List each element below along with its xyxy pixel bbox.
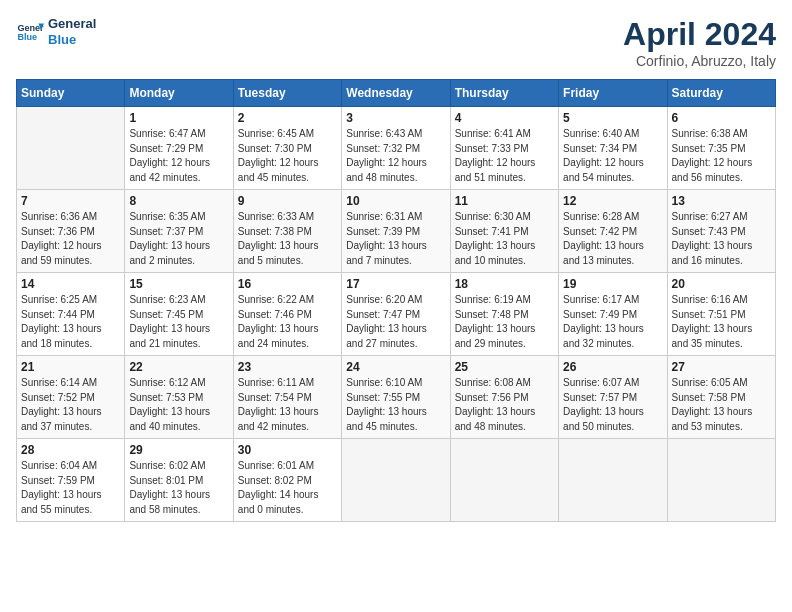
month-title: April 2024	[623, 16, 776, 53]
weekday-header: Saturday	[667, 80, 775, 107]
calendar-cell: 29Sunrise: 6:02 AMSunset: 8:01 PMDayligh…	[125, 439, 233, 522]
day-info: Sunrise: 6:10 AMSunset: 7:55 PMDaylight:…	[346, 376, 445, 434]
calendar-cell: 17Sunrise: 6:20 AMSunset: 7:47 PMDayligh…	[342, 273, 450, 356]
calendar-cell: 22Sunrise: 6:12 AMSunset: 7:53 PMDayligh…	[125, 356, 233, 439]
day-number: 7	[21, 194, 120, 208]
day-number: 21	[21, 360, 120, 374]
day-number: 1	[129, 111, 228, 125]
calendar-cell: 27Sunrise: 6:05 AMSunset: 7:58 PMDayligh…	[667, 356, 775, 439]
calendar-week-row: 21Sunrise: 6:14 AMSunset: 7:52 PMDayligh…	[17, 356, 776, 439]
weekday-header: Tuesday	[233, 80, 341, 107]
day-info: Sunrise: 6:38 AMSunset: 7:35 PMDaylight:…	[672, 127, 771, 185]
calendar-cell: 18Sunrise: 6:19 AMSunset: 7:48 PMDayligh…	[450, 273, 558, 356]
day-number: 23	[238, 360, 337, 374]
calendar-cell: 26Sunrise: 6:07 AMSunset: 7:57 PMDayligh…	[559, 356, 667, 439]
calendar-cell	[17, 107, 125, 190]
day-number: 26	[563, 360, 662, 374]
day-info: Sunrise: 6:04 AMSunset: 7:59 PMDaylight:…	[21, 459, 120, 517]
day-info: Sunrise: 6:28 AMSunset: 7:42 PMDaylight:…	[563, 210, 662, 268]
day-info: Sunrise: 6:07 AMSunset: 7:57 PMDaylight:…	[563, 376, 662, 434]
calendar-cell: 10Sunrise: 6:31 AMSunset: 7:39 PMDayligh…	[342, 190, 450, 273]
calendar-cell: 1Sunrise: 6:47 AMSunset: 7:29 PMDaylight…	[125, 107, 233, 190]
day-info: Sunrise: 6:23 AMSunset: 7:45 PMDaylight:…	[129, 293, 228, 351]
calendar-cell: 8Sunrise: 6:35 AMSunset: 7:37 PMDaylight…	[125, 190, 233, 273]
day-number: 29	[129, 443, 228, 457]
day-number: 5	[563, 111, 662, 125]
calendar-cell	[667, 439, 775, 522]
calendar-cell: 23Sunrise: 6:11 AMSunset: 7:54 PMDayligh…	[233, 356, 341, 439]
day-info: Sunrise: 6:12 AMSunset: 7:53 PMDaylight:…	[129, 376, 228, 434]
day-number: 11	[455, 194, 554, 208]
calendar-week-row: 14Sunrise: 6:25 AMSunset: 7:44 PMDayligh…	[17, 273, 776, 356]
day-info: Sunrise: 6:17 AMSunset: 7:49 PMDaylight:…	[563, 293, 662, 351]
day-info: Sunrise: 6:16 AMSunset: 7:51 PMDaylight:…	[672, 293, 771, 351]
calendar-cell: 30Sunrise: 6:01 AMSunset: 8:02 PMDayligh…	[233, 439, 341, 522]
day-number: 18	[455, 277, 554, 291]
day-number: 9	[238, 194, 337, 208]
calendar-cell: 20Sunrise: 6:16 AMSunset: 7:51 PMDayligh…	[667, 273, 775, 356]
calendar-week-row: 28Sunrise: 6:04 AMSunset: 7:59 PMDayligh…	[17, 439, 776, 522]
day-info: Sunrise: 6:41 AMSunset: 7:33 PMDaylight:…	[455, 127, 554, 185]
day-number: 14	[21, 277, 120, 291]
calendar-cell: 13Sunrise: 6:27 AMSunset: 7:43 PMDayligh…	[667, 190, 775, 273]
day-info: Sunrise: 6:27 AMSunset: 7:43 PMDaylight:…	[672, 210, 771, 268]
weekday-header: Friday	[559, 80, 667, 107]
calendar-week-row: 7Sunrise: 6:36 AMSunset: 7:36 PMDaylight…	[17, 190, 776, 273]
calendar-cell: 9Sunrise: 6:33 AMSunset: 7:38 PMDaylight…	[233, 190, 341, 273]
day-info: Sunrise: 6:05 AMSunset: 7:58 PMDaylight:…	[672, 376, 771, 434]
day-number: 17	[346, 277, 445, 291]
calendar-cell	[342, 439, 450, 522]
day-info: Sunrise: 6:08 AMSunset: 7:56 PMDaylight:…	[455, 376, 554, 434]
day-info: Sunrise: 6:25 AMSunset: 7:44 PMDaylight:…	[21, 293, 120, 351]
day-number: 25	[455, 360, 554, 374]
logo-line1: General	[48, 16, 96, 32]
day-number: 19	[563, 277, 662, 291]
logo-icon: General Blue	[16, 18, 44, 46]
day-info: Sunrise: 6:22 AMSunset: 7:46 PMDaylight:…	[238, 293, 337, 351]
calendar-cell: 28Sunrise: 6:04 AMSunset: 7:59 PMDayligh…	[17, 439, 125, 522]
day-info: Sunrise: 6:14 AMSunset: 7:52 PMDaylight:…	[21, 376, 120, 434]
day-number: 20	[672, 277, 771, 291]
calendar-table: SundayMondayTuesdayWednesdayThursdayFrid…	[16, 79, 776, 522]
calendar-cell: 16Sunrise: 6:22 AMSunset: 7:46 PMDayligh…	[233, 273, 341, 356]
weekday-header: Monday	[125, 80, 233, 107]
calendar-cell: 4Sunrise: 6:41 AMSunset: 7:33 PMDaylight…	[450, 107, 558, 190]
day-number: 16	[238, 277, 337, 291]
calendar-cell: 6Sunrise: 6:38 AMSunset: 7:35 PMDaylight…	[667, 107, 775, 190]
day-number: 22	[129, 360, 228, 374]
day-info: Sunrise: 6:30 AMSunset: 7:41 PMDaylight:…	[455, 210, 554, 268]
logo: General Blue General Blue	[16, 16, 96, 47]
day-number: 12	[563, 194, 662, 208]
calendar-cell	[450, 439, 558, 522]
day-info: Sunrise: 6:31 AMSunset: 7:39 PMDaylight:…	[346, 210, 445, 268]
location: Corfinio, Abruzzo, Italy	[623, 53, 776, 69]
day-number: 15	[129, 277, 228, 291]
day-number: 8	[129, 194, 228, 208]
day-info: Sunrise: 6:11 AMSunset: 7:54 PMDaylight:…	[238, 376, 337, 434]
day-info: Sunrise: 6:02 AMSunset: 8:01 PMDaylight:…	[129, 459, 228, 517]
day-info: Sunrise: 6:40 AMSunset: 7:34 PMDaylight:…	[563, 127, 662, 185]
calendar-cell: 2Sunrise: 6:45 AMSunset: 7:30 PMDaylight…	[233, 107, 341, 190]
calendar-cell: 14Sunrise: 6:25 AMSunset: 7:44 PMDayligh…	[17, 273, 125, 356]
weekday-header: Thursday	[450, 80, 558, 107]
page-header: General Blue General Blue April 2024 Cor…	[16, 16, 776, 69]
day-info: Sunrise: 6:47 AMSunset: 7:29 PMDaylight:…	[129, 127, 228, 185]
day-info: Sunrise: 6:45 AMSunset: 7:30 PMDaylight:…	[238, 127, 337, 185]
calendar-cell: 11Sunrise: 6:30 AMSunset: 7:41 PMDayligh…	[450, 190, 558, 273]
day-info: Sunrise: 6:36 AMSunset: 7:36 PMDaylight:…	[21, 210, 120, 268]
day-info: Sunrise: 6:20 AMSunset: 7:47 PMDaylight:…	[346, 293, 445, 351]
calendar-week-row: 1Sunrise: 6:47 AMSunset: 7:29 PMDaylight…	[17, 107, 776, 190]
day-info: Sunrise: 6:35 AMSunset: 7:37 PMDaylight:…	[129, 210, 228, 268]
calendar-cell	[559, 439, 667, 522]
day-number: 13	[672, 194, 771, 208]
calendar-cell: 25Sunrise: 6:08 AMSunset: 7:56 PMDayligh…	[450, 356, 558, 439]
day-number: 3	[346, 111, 445, 125]
day-number: 27	[672, 360, 771, 374]
weekday-header: Wednesday	[342, 80, 450, 107]
calendar-cell: 24Sunrise: 6:10 AMSunset: 7:55 PMDayligh…	[342, 356, 450, 439]
day-info: Sunrise: 6:01 AMSunset: 8:02 PMDaylight:…	[238, 459, 337, 517]
calendar-cell: 21Sunrise: 6:14 AMSunset: 7:52 PMDayligh…	[17, 356, 125, 439]
calendar-cell: 15Sunrise: 6:23 AMSunset: 7:45 PMDayligh…	[125, 273, 233, 356]
svg-text:Blue: Blue	[17, 32, 37, 42]
day-number: 24	[346, 360, 445, 374]
